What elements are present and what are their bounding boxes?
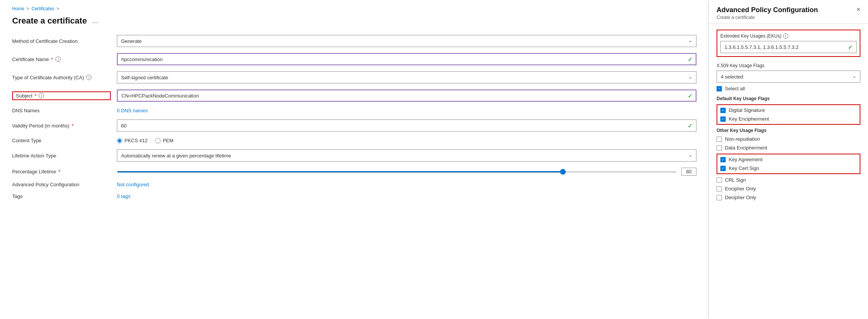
validity-required: *	[72, 123, 74, 129]
eku-section: Extended Key Usages (EKUs) i ✓	[717, 30, 860, 57]
panel-title: Advanced Policy Configuration	[717, 6, 818, 14]
cert-name-row: Certificate Name * i ✓	[12, 53, 696, 65]
dns-names-control: 0 DNS names	[117, 108, 696, 113]
lifetime-action-select[interactable]: Automatically renew at a given percentag…	[117, 149, 696, 162]
key-agreement-checkbox[interactable]: ✓	[720, 157, 726, 162]
content-type-row: Content Type PKCS #12 PEM	[12, 138, 696, 143]
cert-name-input[interactable]	[117, 53, 696, 65]
percentage-row: Percentage Lifetime * 80	[12, 168, 696, 176]
key-cert-sign-row[interactable]: ✓ Key Cert Sign	[720, 165, 857, 171]
validity-control: ✓	[117, 119, 696, 132]
subject-check-icon: ✓	[688, 92, 693, 99]
key-encipherment-checkbox[interactable]: ✓	[720, 116, 726, 122]
decipher-only-label[interactable]: Decipher Only	[725, 195, 756, 200]
eku-check-icon: ✓	[848, 44, 853, 51]
decipher-only-row[interactable]: Decipher Only	[717, 195, 860, 200]
crl-sign-label[interactable]: CRL Sign	[725, 177, 746, 183]
pkcs-radio[interactable]	[117, 138, 122, 143]
panel-header: Advanced Policy Configuration Create a c…	[709, 0, 868, 24]
subject-input[interactable]	[117, 90, 696, 102]
subject-required: *	[35, 93, 36, 99]
key-usage-select[interactable]: 4 selected	[717, 71, 860, 83]
cert-name-control: ✓	[117, 53, 696, 65]
advanced-policy-row: Advanced Policy Configuration Not config…	[12, 182, 696, 187]
dns-names-link[interactable]: 0 DNS names	[117, 108, 148, 113]
default-flags-group: ✓ Digital Signature ✓ Key Encipherment	[717, 104, 860, 125]
pem-label: PEM	[163, 138, 173, 143]
select-all-row[interactable]: − Select all	[717, 86, 860, 91]
non-repudiation-checkbox[interactable]	[717, 137, 722, 142]
digital-signature-row[interactable]: ✓ Digital Signature	[720, 107, 857, 113]
breadcrumb-certificates[interactable]: Certificates	[32, 6, 54, 11]
panel-body: Extended Key Usages (EKUs) i ✓ X.509 Key…	[709, 24, 868, 319]
percentage-slider[interactable]	[117, 171, 677, 173]
data-encipherment-checkbox[interactable]	[717, 145, 722, 151]
validity-row: Validity Period (in months) * ✓	[12, 119, 696, 132]
subject-label: Subject * i	[12, 91, 111, 100]
key-encipherment-label[interactable]: Key Encipherment	[729, 116, 769, 122]
pkcs-option[interactable]: PKCS #12	[117, 138, 148, 143]
encipher-only-label[interactable]: Encipher Only	[725, 186, 756, 192]
eku-input[interactable]	[720, 41, 857, 53]
validity-label: Validity Period (in months) *	[12, 123, 111, 129]
ca-type-control: Self-signed certificate	[117, 71, 696, 83]
ca-type-select[interactable]: Self-signed certificate	[117, 71, 696, 83]
key-cert-sign-label[interactable]: Key Cert Sign	[729, 165, 759, 171]
tags-link[interactable]: 0 tags	[117, 193, 130, 199]
cert-name-label: Certificate Name * i	[12, 57, 111, 62]
select-all-checkbox[interactable]: −	[717, 86, 722, 91]
pem-radio[interactable]	[155, 138, 161, 143]
percentage-value: 80	[681, 168, 696, 176]
encipher-only-checkbox[interactable]	[717, 186, 722, 192]
eku-info-icon[interactable]: i	[783, 33, 788, 39]
digital-signature-label[interactable]: Digital Signature	[729, 107, 765, 113]
ca-type-info-icon[interactable]: i	[86, 75, 91, 80]
content-type-radio-group: PKCS #12 PEM	[117, 138, 696, 143]
advanced-policy-control: Not configured	[117, 182, 696, 187]
panel-close-button[interactable]: ×	[856, 6, 860, 13]
data-encipherment-row[interactable]: Data Encipherment	[717, 145, 860, 151]
percentage-label: Percentage Lifetime *	[12, 169, 111, 174]
advanced-policy-link[interactable]: Not configured	[117, 182, 149, 187]
key-agreement-label[interactable]: Key Agreement	[729, 157, 762, 162]
tags-control: 0 tags	[117, 193, 696, 199]
digital-signature-checkbox[interactable]: ✓	[720, 108, 726, 113]
validity-check-icon: ✓	[688, 122, 693, 129]
dns-names-row: DNS Names 0 DNS names	[12, 108, 696, 113]
content-type-label: Content Type	[12, 138, 111, 143]
decipher-only-checkbox[interactable]	[717, 195, 722, 200]
key-encipherment-row[interactable]: ✓ Key Encipherment	[720, 116, 857, 122]
key-cert-sign-checkbox[interactable]: ✓	[720, 166, 726, 171]
encipher-only-row[interactable]: Encipher Only	[717, 186, 860, 192]
select-all-label[interactable]: Select all	[725, 86, 745, 91]
other-red-flags-group: ✓ Key Agreement ✓ Key Cert Sign	[717, 154, 860, 174]
main-content: Home > Certificates > Create a certifica…	[0, 0, 709, 319]
non-repudiation-row[interactable]: Non-repudiation	[717, 136, 860, 142]
crl-sign-checkbox[interactable]	[717, 178, 722, 183]
cert-name-check-icon: ✓	[688, 56, 693, 63]
panel-subtitle: Create a certificate	[717, 15, 818, 20]
ellipsis-button[interactable]: ...	[90, 16, 100, 26]
content-type-control: PKCS #12 PEM	[117, 138, 696, 143]
validity-input[interactable]	[117, 119, 696, 132]
eku-input-wrap: ✓	[720, 41, 857, 53]
subject-info-icon[interactable]: i	[39, 93, 44, 98]
advanced-policy-panel: Advanced Policy Configuration Create a c…	[709, 0, 868, 319]
pkcs-label: PKCS #12	[124, 138, 148, 143]
eku-label: Extended Key Usages (EKUs) i	[720, 33, 857, 39]
percentage-required: *	[58, 169, 60, 174]
method-row: Method of Certificate Creation Generate	[12, 35, 696, 47]
tags-row: Tags 0 tags	[12, 193, 696, 199]
key-agreement-row[interactable]: ✓ Key Agreement	[720, 157, 857, 162]
crl-sign-row[interactable]: CRL Sign	[717, 177, 860, 183]
ca-type-label: Type of Certificate Authority (CA) i	[12, 75, 111, 80]
cert-name-info-icon[interactable]: i	[55, 57, 61, 62]
data-encipherment-label[interactable]: Data Encipherment	[725, 145, 767, 151]
non-repudiation-label[interactable]: Non-repudiation	[725, 136, 760, 142]
page-title-section: Create a certificate ...	[12, 16, 696, 26]
breadcrumb-home[interactable]: Home	[12, 6, 24, 11]
pem-option[interactable]: PEM	[155, 138, 173, 143]
method-select[interactable]: Generate	[117, 35, 696, 47]
other-flags-label: Other Key Usage Flags	[717, 128, 860, 133]
page-title: Create a certificate	[12, 16, 87, 26]
